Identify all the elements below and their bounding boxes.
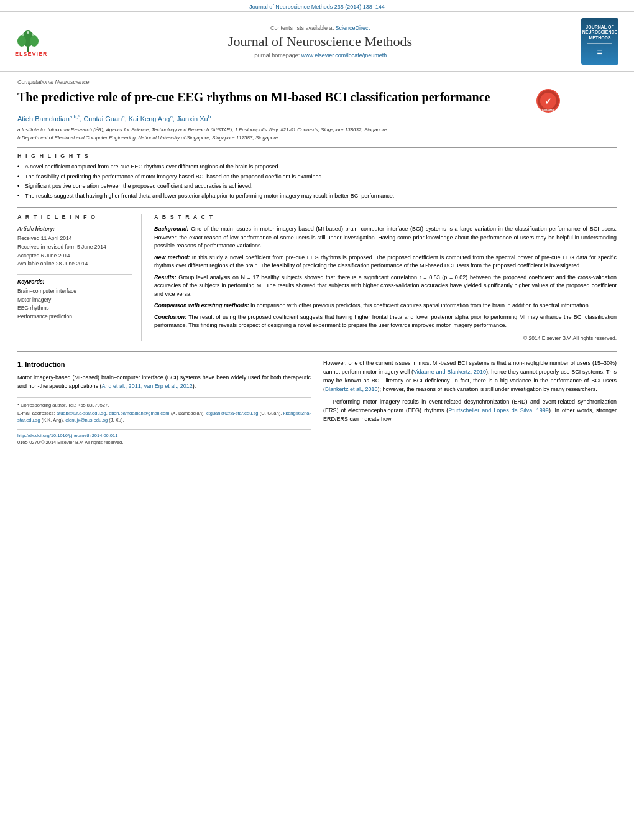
intro-right-body-text: However, one of the current issues in mo… xyxy=(323,359,617,424)
svg-point-5 xyxy=(32,34,34,36)
section-number: 1. xyxy=(17,361,23,368)
svg-point-3 xyxy=(30,35,39,47)
abstract-new-method-title: New method: xyxy=(154,254,190,261)
journal-logo-box: JOURNAL OFNEUROSCIENCEMETHODS ≡ xyxy=(581,18,618,65)
keywords-section: Keywords: Brain–computer interface Motor… xyxy=(17,274,132,321)
svg-text:CrossMark: CrossMark xyxy=(542,108,555,111)
email-atieh2[interactable]: atieh.bamdadian@gmail.com xyxy=(109,410,169,416)
main-content: Computational Neuroscience The predictiv… xyxy=(0,72,634,454)
svg-point-2 xyxy=(17,35,26,47)
received-revised-date: Received in revised form 5 June 2014 xyxy=(17,243,132,251)
homepage-url[interactable]: www.elsevier.com/locate/jneumeth xyxy=(301,52,387,58)
ref-pfurtscheller[interactable]: Pfurtscheller and Lopes da Silva, 1999 xyxy=(448,407,549,413)
article-history: Article history: Received 11 April 2014 … xyxy=(17,225,132,268)
abstract-comparison-title: Comparison with existing methods: xyxy=(154,302,249,308)
highlight-item-1: A novel coefficient computed from pre-cu… xyxy=(17,163,617,171)
abstract-background-title: Background: xyxy=(154,226,189,232)
abstract-conclusion-text: The result of using the proposed coeffic… xyxy=(154,314,617,329)
section-title: Introduction xyxy=(25,361,65,368)
author-kai-sup: a xyxy=(170,114,172,119)
email-cuntai[interactable]: ctguan@i2r.a-star.edu.sg xyxy=(206,410,259,416)
abstract-background: Background: One of the main issues in mo… xyxy=(154,225,617,251)
email-label: E-mail addresses: xyxy=(17,410,55,416)
abstract-title: A B S T R A C T xyxy=(154,214,617,220)
highlight-item-2: The feasibility of predicting the perfor… xyxy=(17,173,617,181)
affiliations: a Institute for Infocomm Research (I²R),… xyxy=(17,126,617,141)
ref-blankertz[interactable]: Blankertz et al., 2010 xyxy=(325,386,378,392)
crossmark-badge: ✓ CrossMark xyxy=(536,89,561,114)
keywords-list: Brain–computer interface Motor imagery E… xyxy=(17,287,132,321)
abstract-text: Background: One of the main issues in mo… xyxy=(154,225,617,330)
abstract-results-text: Group level analysis on N = 17 healthy s… xyxy=(154,274,617,297)
keyword-3: EEG rhythms xyxy=(17,304,132,313)
abstract-new-method-text: In this study a novel coefficient from p… xyxy=(154,254,617,269)
abstract-conclusion: Conclusion: The result of using the prop… xyxy=(154,313,617,330)
highlights-list: A novel coefficient computed from pre-cu… xyxy=(17,163,617,200)
crossmark-icon: ✓ CrossMark xyxy=(536,89,560,113)
svg-point-6 xyxy=(27,31,29,34)
keyword-1: Brain–computer interface xyxy=(17,287,132,296)
author-cuntai: Cuntai Guan xyxy=(83,115,122,122)
contents-available-line: Contents lists available at ScienceDirec… xyxy=(68,25,572,31)
paper-title: The predictive role of pre-cue EEG rhyth… xyxy=(17,89,527,105)
footnotes-area: * Corresponding author. Tel.: +65 833795… xyxy=(17,397,311,424)
intro-body-text: Motor imagery-based (MI-based) brain–com… xyxy=(17,374,311,391)
abstract-conclusion-title: Conclusion: xyxy=(154,314,186,320)
doi-link: http://dx.doi.org/10.1016/j.jneumeth.201… xyxy=(17,432,311,440)
doi-anchor[interactable]: http://dx.doi.org/10.1016/j.jneumeth.201… xyxy=(17,433,117,438)
ref-vidaurre[interactable]: Vidaurre and Blankertz, 2010 xyxy=(413,369,486,375)
header-section: ELSEVIER Contents lists available at Sci… xyxy=(0,11,634,72)
affiliation-a: a Institute for Infocomm Research (I²R),… xyxy=(17,126,617,133)
intro-right-para1: However, one of the current issues in mo… xyxy=(323,359,617,394)
intro-section-title: 1. Introduction xyxy=(17,359,311,370)
email-atieh1[interactable]: atuab@i2r.a-star.edu.sg xyxy=(57,410,106,416)
article-info-title: A R T I C L E I N F O xyxy=(17,214,132,220)
article-history-title: Article history: xyxy=(17,225,132,233)
elsevier-logo: ELSEVIER xyxy=(12,24,62,59)
journal-title: Journal of Neuroscience Methods xyxy=(68,34,572,50)
footnote-star: * Corresponding author. Tel.: +65 833795… xyxy=(17,402,311,408)
keyword-2: Motor imagery xyxy=(17,296,132,305)
copyright-line: © 2014 Elsevier B.V. All rights reserved… xyxy=(154,335,617,341)
svg-text:ELSEVIER: ELSEVIER xyxy=(15,51,48,57)
header-center: Contents lists available at ScienceDirec… xyxy=(68,25,572,58)
logo-top-text: JOURNAL OFNEUROSCIENCEMETHODS xyxy=(582,25,617,40)
abstract-results-title: Results: xyxy=(154,274,177,280)
email-jianxin[interactable]: elenujx@nus.edu.sg xyxy=(65,417,108,423)
footer-doi-issn: http://dx.doi.org/10.1016/j.jneumeth.201… xyxy=(17,429,311,446)
received-date: Received 11 April 2014 xyxy=(17,234,132,242)
journal-citation-text: Journal of Neuroscience Methods 235 (201… xyxy=(249,4,385,10)
author-cuntai-sup: a xyxy=(122,114,124,119)
author-atieh: Atieh Bamdadian xyxy=(17,115,70,122)
authors-line: Atieh Bamdadiana,b,*, Cuntai Guana, Kai … xyxy=(17,114,617,122)
intro-ref-ang[interactable]: Ang et al., 2011; van Erp et al., 2012 xyxy=(102,383,193,389)
contents-label: Contents lists available at xyxy=(270,25,334,31)
journal-citation-bar: Journal of Neuroscience Methods 235 (201… xyxy=(0,0,634,11)
keyword-4: Performance prediction xyxy=(17,313,132,321)
accepted-date: Accepted 6 June 2014 xyxy=(17,252,132,260)
abstract-new-method: New method: In this study a novel coeffi… xyxy=(154,254,617,270)
introduction-section: 1. Introduction Motor imagery-based (MI-… xyxy=(17,351,617,446)
author-kai: Kai Keng Ang xyxy=(129,115,170,122)
journal-logo-right: JOURNAL OFNEUROSCIENCEMETHODS ≡ xyxy=(578,18,622,65)
keywords-title: Keywords: xyxy=(17,279,132,285)
highlight-item-4: The results suggest that having higher f… xyxy=(17,192,617,200)
available-date: Available online 28 June 2014 xyxy=(17,260,132,268)
intro-right-para2: Performing motor imagery results in even… xyxy=(323,398,617,424)
author-atieh-sup: a,b,* xyxy=(70,114,80,119)
abstract-comparison: Comparison with existing methods: In com… xyxy=(154,302,617,310)
footnote-email-line: E-mail addresses: atuab@i2r.a-star.edu.s… xyxy=(17,410,311,424)
section-tag: Computational Neuroscience xyxy=(17,79,617,85)
abstract-results: Results: Group level analysis on N = 17 … xyxy=(154,274,617,299)
abstract-background-text: One of the main issues in motor imagery-… xyxy=(154,226,617,249)
author-jianxin-sup: b xyxy=(208,114,211,119)
email-values: atuab@i2r.a-star.edu.sg, atieh.bamdadian… xyxy=(17,410,311,423)
sciencedirect-link[interactable]: ScienceDirect xyxy=(336,25,370,31)
highlights-section: H I G H L I G H T S A novel coefficient … xyxy=(17,147,617,200)
article-info-col: A R T I C L E I N F O Article history: R… xyxy=(17,214,142,341)
highlights-title: H I G H L I G H T S xyxy=(17,153,617,159)
highlight-item-3: Significant positive correlation between… xyxy=(17,182,617,190)
homepage-label: journal homepage: xyxy=(254,52,300,58)
abstract-col: A B S T R A C T Background: One of the m… xyxy=(154,214,617,341)
introduction-right-col: However, one of the current issues in mo… xyxy=(323,359,617,446)
